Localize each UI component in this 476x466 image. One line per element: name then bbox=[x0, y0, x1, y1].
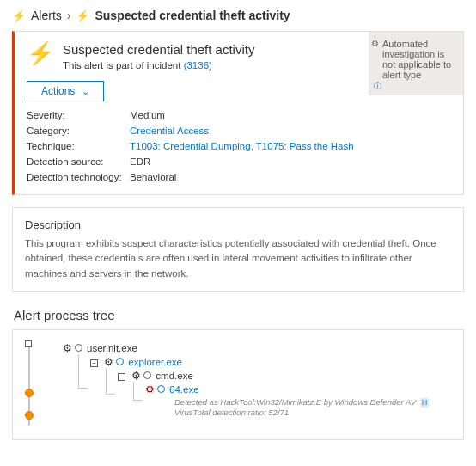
detection-line2: VirusTotal detection ratio: 52/71 bbox=[174, 408, 289, 417]
incident-link[interactable]: (3136) bbox=[184, 60, 212, 71]
gear-icon: ⚙ bbox=[104, 356, 113, 368]
technique-label: Technique: bbox=[27, 141, 130, 151]
description-body: This program exhibits suspect characteri… bbox=[25, 236, 451, 281]
actions-label: Actions bbox=[41, 85, 75, 97]
auto-investigation-text: Automated investigation is not applicabl… bbox=[382, 39, 451, 80]
detection-technology-value: Behavioral bbox=[130, 172, 451, 182]
info-icon[interactable]: ⓘ bbox=[374, 81, 381, 92]
description-title: Description bbox=[25, 218, 451, 231]
severity-label: Severity: bbox=[27, 110, 130, 120]
breadcrumb: ⚡ Alerts › ⚡ Suspected credential theft … bbox=[12, 9, 464, 22]
severity-value: Medium bbox=[130, 110, 451, 120]
process-circle-icon bbox=[75, 344, 82, 352]
expander-icon[interactable]: − bbox=[118, 373, 125, 381]
detection-badge[interactable]: H bbox=[420, 398, 430, 408]
breadcrumb-current: Suspected credential theft activity bbox=[95, 9, 290, 22]
alert-summary-card: ⚙ Automated investigation is not applica… bbox=[12, 31, 464, 195]
automated-investigation-panel: ⚙ Automated investigation is not applica… bbox=[369, 32, 463, 95]
process-node-64exe[interactable]: ⚙ 64.exe bbox=[145, 383, 199, 395]
category-label: Category: bbox=[27, 126, 130, 136]
tree-collapse-icon[interactable] bbox=[25, 340, 32, 347]
actions-button[interactable]: Actions ⌄ bbox=[27, 81, 104, 101]
breadcrumb-root[interactable]: Alerts bbox=[31, 9, 62, 22]
gear-alert-icon: ⚙ bbox=[145, 383, 155, 395]
detection-source-label: Detection source: bbox=[27, 156, 130, 167]
alert-bolt-icon: ⚡ bbox=[27, 42, 54, 64]
alert-metadata: Severity: Medium Category: Credential Ac… bbox=[27, 110, 451, 182]
description-card: Description This program exhibits suspec… bbox=[12, 207, 464, 292]
chevron-down-icon: ⌄ bbox=[82, 86, 89, 97]
gear-icon: ⚙ bbox=[371, 39, 379, 48]
process-circle-icon bbox=[116, 358, 124, 365]
gear-icon: ⚙ bbox=[63, 342, 72, 354]
detection-detail: Detected as HackTool:Win32/Mimikatz.E by… bbox=[174, 397, 451, 419]
process-tree-card: ⚙ userinit.exe − ⚙ explorer.exe bbox=[12, 329, 464, 440]
chevron-right-icon: › bbox=[67, 9, 71, 22]
detection-source-value: EDR bbox=[130, 156, 451, 167]
process-name: userinit.exe bbox=[87, 343, 137, 353]
category-value[interactable]: Credential Access bbox=[130, 126, 451, 136]
process-circle-icon bbox=[157, 385, 165, 393]
bolt-icon: ⚡ bbox=[76, 9, 89, 22]
incident-prefix: This alert is part of incident bbox=[63, 60, 180, 71]
expander-icon[interactable]: − bbox=[90, 359, 98, 367]
process-tree-title: Alert process tree bbox=[14, 308, 464, 322]
detection-line1: Detected as HackTool:Win32/Mimikatz.E by… bbox=[174, 397, 416, 407]
process-circle-icon bbox=[143, 371, 151, 379]
alert-title: Suspected credential theft activity bbox=[63, 42, 254, 57]
process-node-explorer[interactable]: ⚙ explorer.exe bbox=[104, 356, 182, 368]
tree-marker-icon bbox=[25, 411, 34, 420]
process-node-cmd[interactable]: ⚙ cmd.exe bbox=[131, 370, 192, 382]
gear-icon: ⚙ bbox=[131, 370, 141, 382]
technique-value[interactable]: T1003: Credential Dumping, T1075: Pass t… bbox=[130, 141, 451, 151]
process-name: explorer.exe bbox=[128, 357, 182, 367]
process-name: cmd.exe bbox=[156, 371, 192, 381]
detection-technology-label: Detection technology: bbox=[27, 172, 130, 182]
process-name: 64.exe bbox=[169, 384, 199, 395]
bolt-icon: ⚡ bbox=[12, 9, 26, 22]
tree-marker-icon bbox=[25, 389, 34, 397]
process-node-userinit[interactable]: ⚙ userinit.exe bbox=[63, 342, 137, 354]
